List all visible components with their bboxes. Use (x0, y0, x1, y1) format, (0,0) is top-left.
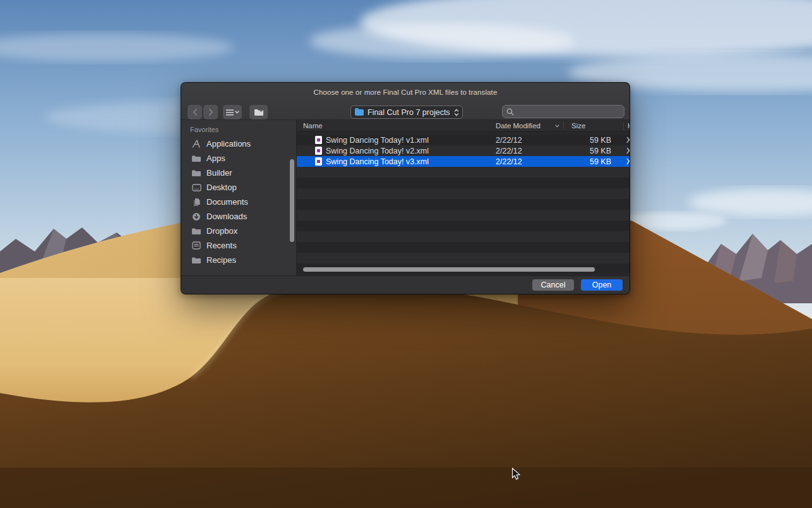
sidebar-section-label: Favorites (181, 126, 296, 133)
file-kind: XML (623, 157, 630, 166)
search-icon (506, 108, 514, 116)
file-size: 59 KB (563, 147, 623, 155)
file-date: 2/22/12 (496, 147, 563, 155)
empty-row (297, 231, 630, 242)
sidebar-item-label: Recipes (206, 255, 236, 265)
sidebar-item-builder[interactable]: Builder (181, 166, 296, 180)
empty-row (297, 199, 630, 210)
search-input[interactable] (516, 107, 624, 116)
sidebar-item-label: Recents (206, 241, 237, 250)
empty-row (297, 221, 630, 231)
sidebar-item-label: Documents (206, 197, 248, 207)
sidebar-item-desktop[interactable]: Desktop (181, 180, 296, 195)
desktop-icon (191, 183, 201, 193)
empty-row (297, 253, 630, 263)
file-size: 59 KB (563, 157, 623, 166)
folder-icon (191, 255, 201, 265)
file-size: 59 KB (563, 136, 623, 145)
sidebar-item-label: Downloads (206, 212, 247, 221)
file-row-v1[interactable]: Swing Dancing Today! v1.xml 2/22/12 59 K… (297, 135, 630, 145)
file-list: Name Date Modified Size Kind Swing Danci… (296, 120, 630, 275)
desktop: Choose one or more Final Cut Pro XML fil… (0, 0, 812, 508)
open-file-dialog: Choose one or more Final Cut Pro XML fil… (181, 82, 630, 294)
dialog-header: Choose one or more Final Cut Pro XML fil… (181, 83, 630, 120)
empty-row (297, 242, 630, 253)
file-kind: XML (623, 136, 630, 145)
forward-button[interactable] (203, 105, 218, 119)
applications-icon (191, 139, 201, 149)
dialog-footer: Cancel Open (181, 275, 630, 294)
location-dropdown-value: Final Cut Pro 7 projects (367, 108, 454, 117)
file-name: Swing Dancing Today! v2.xml (326, 147, 429, 155)
folder-icon (355, 109, 364, 116)
sidebar-item-downloads[interactable]: Downloads (181, 209, 296, 224)
file-date: 2/22/12 (496, 157, 563, 166)
column-header-name[interactable]: Name (297, 122, 496, 130)
empty-row (297, 167, 630, 178)
documents-icon (191, 197, 201, 207)
sidebar-item-apps[interactable]: Apps (181, 151, 296, 166)
recents-icon (191, 241, 201, 251)
chevron-down-icon (235, 111, 239, 114)
xml-file-icon (315, 147, 322, 155)
folder-icon (191, 154, 201, 164)
chevron-right-icon (210, 109, 212, 115)
empty-row (297, 188, 630, 199)
sidebar-item-label: Apps (206, 154, 225, 163)
horizontal-scrollbar[interactable] (303, 267, 595, 272)
sidebar-item-applications[interactable]: Applications (181, 136, 296, 151)
file-row-v2[interactable]: Swing Dancing Today! v2.xml 2/22/12 59 K… (297, 145, 630, 156)
sort-chevron-icon (555, 124, 559, 128)
sidebar-item-label: Dropbox (206, 226, 237, 236)
sidebar-item-label: Builder (206, 168, 232, 178)
column-header-size[interactable]: Size (564, 122, 623, 130)
file-date: 2/22/12 (496, 136, 563, 145)
new-folder-icon (254, 108, 264, 116)
dialog-title: Choose one or more Final Cut Pro XML fil… (181, 83, 630, 96)
chevron-left-icon (194, 109, 196, 115)
folder-icon (191, 226, 201, 236)
sidebar-scrollbar[interactable] (290, 159, 294, 242)
folder-icon (191, 168, 201, 178)
new-folder-button[interactable] (249, 105, 268, 119)
column-header-kind[interactable]: Kind (624, 122, 630, 130)
empty-row (297, 210, 630, 221)
list-view-icon (226, 109, 234, 116)
column-header-date-modified[interactable]: Date Modified (496, 122, 563, 130)
xml-file-icon (315, 136, 322, 144)
sidebar-item-documents[interactable]: Documents (181, 195, 296, 209)
file-row-v3-selected[interactable]: Swing Dancing Today! v3.xml 2/22/12 59 K… (297, 156, 630, 167)
file-kind: XML (623, 147, 630, 155)
sidebar: Favorites Applications Apps Builder Desk… (181, 120, 296, 275)
xml-file-icon (315, 157, 322, 166)
file-name: Swing Dancing Today! v1.xml (326, 136, 429, 145)
back-button[interactable] (188, 105, 202, 119)
location-dropdown[interactable]: Final Cut Pro 7 projects (350, 106, 463, 119)
file-list-header: Name Date Modified Size Kind (297, 120, 630, 132)
downloads-icon (191, 212, 201, 222)
sidebar-item-label: Desktop (206, 183, 237, 192)
cancel-button[interactable]: Cancel (532, 279, 574, 291)
mouse-cursor (511, 468, 521, 481)
up-down-chevrons-icon (454, 109, 459, 116)
sidebar-item-recipes[interactable]: Recipes (181, 253, 296, 267)
file-name: Swing Dancing Today! v3.xml (326, 157, 429, 166)
view-options-button[interactable] (223, 105, 242, 119)
sidebar-item-recents[interactable]: Recents (181, 238, 296, 253)
search-field[interactable] (502, 105, 624, 118)
sidebar-item-label: Applications (206, 139, 251, 148)
sidebar-item-dropbox[interactable]: Dropbox (181, 224, 296, 238)
empty-row (297, 178, 630, 188)
open-button[interactable]: Open (581, 279, 623, 291)
